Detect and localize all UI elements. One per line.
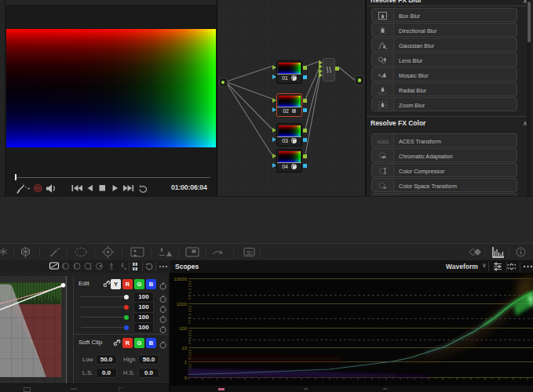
svg-text:10000: 10000 <box>173 277 187 281</box>
svg-text:10: 10 <box>181 346 187 350</box>
svg-text:3D: 3D <box>246 250 254 256</box>
svg-text:100: 100 <box>179 326 188 331</box>
svg-text:0: 0 <box>184 376 188 380</box>
svg-text:1: 1 <box>184 360 188 365</box>
svg-text:1000: 1000 <box>177 302 188 307</box>
